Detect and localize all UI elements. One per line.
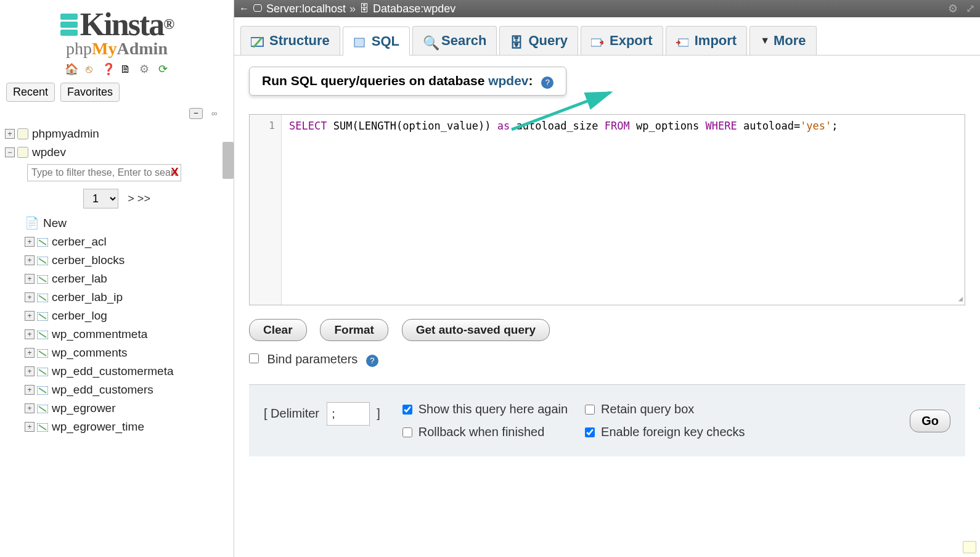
delimiter-input[interactable] xyxy=(327,402,370,426)
format-button[interactable]: Format xyxy=(320,319,388,341)
code-area[interactable]: SELECT SUM(LENGTH(option_value)) as auto… xyxy=(282,115,965,305)
go-button[interactable]: Go xyxy=(910,410,950,432)
tree-label: wpdev xyxy=(32,146,66,159)
filter-input[interactable] xyxy=(27,164,181,181)
annotation-arrow-2 xyxy=(974,401,980,493)
gear-icon[interactable]: ⚙ xyxy=(948,2,958,15)
table-row[interactable]: +cerber_blocks xyxy=(25,251,229,270)
import-icon xyxy=(676,35,690,46)
table-row[interactable]: +wp_commentmeta xyxy=(25,325,229,344)
table-icon xyxy=(37,272,48,286)
table-row[interactable]: +wp_egrower xyxy=(25,399,229,418)
table-icon xyxy=(37,235,48,249)
tab-more[interactable]: ▼More xyxy=(749,26,816,55)
tab-search[interactable]: 🔍Search xyxy=(412,26,497,55)
reload-icon[interactable]: ⟳ xyxy=(157,62,169,75)
fk-label[interactable]: Enable foreign key checks xyxy=(585,425,745,439)
expand-icon[interactable]: + xyxy=(25,311,35,321)
tab-export[interactable]: Export xyxy=(581,26,663,55)
tab-label: Search xyxy=(441,33,486,49)
tree-label: phpmyadmin xyxy=(32,127,99,141)
tab-sql[interactable]: SQL xyxy=(343,27,410,56)
tab-label: Structure xyxy=(269,33,330,49)
tree-item-phpmyadmin[interactable]: + phpmyadmin xyxy=(5,125,229,143)
logo-area: Kinsta® phpMyAdmin 🏠 ⎋ ❓ 🗎 ⚙ ⟳ xyxy=(0,0,234,79)
bind-params-label[interactable]: Bind parameters xyxy=(249,352,357,366)
fk-checkbox[interactable] xyxy=(585,427,595,437)
link-icon[interactable]: ∞ xyxy=(208,109,221,120)
table-icon xyxy=(37,328,48,341)
server-name[interactable]: localhost xyxy=(302,2,346,15)
phpmyadmin-logo: phpMyAdmin xyxy=(0,39,234,59)
expand-icon[interactable]: ⤢ xyxy=(966,2,975,15)
expand-icon[interactable]: + xyxy=(25,422,35,432)
autosaved-button[interactable]: Get auto-saved query xyxy=(402,319,550,341)
rollback-label[interactable]: Rollback when finished xyxy=(402,425,568,439)
help-icon[interactable]: ? xyxy=(366,355,378,367)
tree-item-new[interactable]: 📄 New xyxy=(25,213,229,233)
filter-clear-icon[interactable]: X xyxy=(171,165,179,178)
expand-icon[interactable]: + xyxy=(25,403,35,413)
clear-button[interactable]: Clear xyxy=(249,319,307,341)
db-name[interactable]: wpdev xyxy=(423,2,455,15)
expand-icon[interactable]: + xyxy=(25,237,35,247)
expand-icon[interactable]: + xyxy=(5,129,15,139)
table-row[interactable]: +cerber_acl xyxy=(25,233,229,251)
scrollbar[interactable] xyxy=(223,142,234,179)
table-row[interactable]: +cerber_log xyxy=(25,307,229,325)
page-select[interactable]: 1 xyxy=(83,189,118,208)
structure-icon xyxy=(251,35,264,46)
breadcrumb: ← 🖵 Server: localhost » 🗄 Database: wpde… xyxy=(234,0,980,17)
delimiter-group: [ Delimiter ] xyxy=(264,402,380,426)
console-tab-icon[interactable] xyxy=(963,541,976,553)
tab-label: More xyxy=(774,33,806,49)
tree-label: wp_edd_customermeta xyxy=(52,365,174,378)
table-icon xyxy=(37,402,48,415)
collapse-icon[interactable]: − xyxy=(189,108,203,119)
expand-icon[interactable]: + xyxy=(25,274,35,284)
home-icon[interactable]: 🏠 xyxy=(65,62,77,75)
docs-icon[interactable]: 🗎 xyxy=(120,63,132,75)
expand-icon[interactable]: + xyxy=(25,366,35,376)
breadcrumb-right: ⚙ ⤢ xyxy=(943,2,975,15)
retain-label[interactable]: Retain query box xyxy=(585,402,745,416)
bind-params-checkbox[interactable] xyxy=(249,353,259,363)
exit-icon[interactable]: ⎋ xyxy=(83,63,96,75)
tab-import[interactable]: Import xyxy=(666,26,747,55)
table-row[interactable]: +cerber_lab_ip xyxy=(25,288,229,307)
recent-button[interactable]: Recent xyxy=(6,83,55,102)
tab-query[interactable]: 🗄Query xyxy=(499,26,578,55)
favorites-button[interactable]: Favorites xyxy=(60,83,120,102)
table-row[interactable]: +wp_edd_customermeta xyxy=(25,362,229,381)
expand-icon[interactable]: + xyxy=(25,348,35,358)
retain-checkbox[interactable] xyxy=(585,405,595,415)
tree-item-wpdev[interactable]: − wpdev xyxy=(5,143,229,162)
svg-rect-13 xyxy=(591,39,601,46)
expand-icon[interactable]: + xyxy=(25,292,35,302)
show-query-checkbox[interactable] xyxy=(402,405,412,415)
help-icon[interactable]: ❓ xyxy=(102,62,114,75)
rollback-checkbox[interactable] xyxy=(402,427,412,437)
table-icon xyxy=(37,365,48,378)
tree-label: wp_commentmeta xyxy=(52,328,147,341)
help-icon[interactable]: ? xyxy=(541,76,553,89)
query-title-db: wpdev xyxy=(488,73,528,88)
table-row[interactable]: +wp_comments xyxy=(25,344,229,362)
page-next[interactable]: > >> xyxy=(128,192,150,205)
expand-icon[interactable]: + xyxy=(25,385,35,395)
expand-icon[interactable]: + xyxy=(25,255,35,265)
table-row[interactable]: +wp_egrower_time xyxy=(25,418,229,436)
resize-handle-icon[interactable]: ◢ xyxy=(958,294,963,303)
tree-label: cerber_acl xyxy=(52,235,107,249)
table-row[interactable]: +cerber_lab xyxy=(25,270,229,288)
settings-icon[interactable]: ⚙ xyxy=(138,62,150,75)
tab-structure[interactable]: Structure xyxy=(240,26,340,55)
sql-editor[interactable]: 1 SELECT SUM(LENGTH(option_value)) as au… xyxy=(249,114,965,305)
expand-icon[interactable]: + xyxy=(25,329,35,339)
back-icon[interactable]: ← xyxy=(239,3,249,14)
line-number: 1 xyxy=(250,120,275,131)
show-query-label[interactable]: Show this query here again xyxy=(402,402,568,416)
table-row[interactable]: +wp_edd_customers xyxy=(25,381,229,399)
table-list: 📄 New +cerber_acl +cerber_blocks +cerber… xyxy=(25,213,229,436)
collapse-icon[interactable]: − xyxy=(5,147,15,157)
